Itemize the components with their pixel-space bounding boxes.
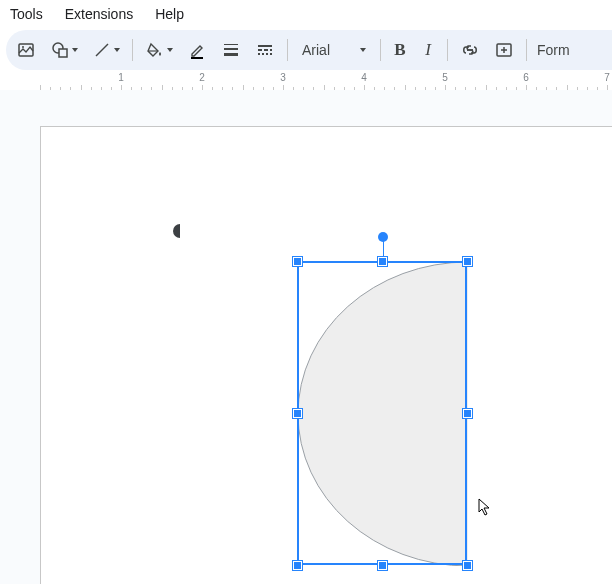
menu-bar: Tools Extensions Help: [0, 0, 612, 28]
image-button[interactable]: [10, 36, 42, 64]
paint-bucket-icon: [145, 40, 165, 60]
svg-rect-10: [258, 49, 262, 51]
selected-shape-group[interactable]: [298, 262, 468, 566]
svg-rect-12: [270, 49, 272, 51]
link-icon: [460, 40, 480, 60]
svg-rect-14: [262, 53, 264, 55]
canvas-area[interactable]: [0, 90, 612, 584]
selection-bounding-box: [297, 261, 467, 565]
small-arc-shape[interactable]: [171, 224, 181, 238]
svg-rect-11: [264, 49, 268, 51]
separator: [132, 39, 133, 61]
shape-icon: [50, 40, 70, 60]
svg-point-1: [22, 46, 24, 48]
menu-help[interactable]: Help: [153, 2, 186, 26]
separator: [447, 39, 448, 61]
resize-handle-w[interactable]: [293, 409, 302, 418]
resize-handle-se[interactable]: [463, 561, 472, 570]
comment-plus-icon: [494, 40, 514, 60]
line-icon: [92, 40, 112, 60]
pen-icon: [187, 40, 207, 60]
svg-rect-7: [224, 48, 238, 50]
svg-rect-6: [224, 44, 238, 45]
svg-rect-16: [270, 53, 272, 55]
line-dash-icon: [256, 41, 274, 59]
ruler-label: 2: [199, 72, 205, 83]
svg-rect-8: [224, 53, 238, 56]
insert-comment-button[interactable]: [488, 36, 520, 64]
line-weight-icon: [222, 41, 240, 59]
border-color-button[interactable]: [181, 36, 213, 64]
svg-rect-13: [258, 53, 260, 55]
fill-color-dropdown[interactable]: [139, 36, 179, 64]
shape-dropdown[interactable]: [44, 36, 84, 64]
font-name-label: Arial: [302, 42, 330, 58]
chevron-down-icon: [114, 48, 120, 52]
insert-link-button[interactable]: [454, 36, 486, 64]
resize-handle-s[interactable]: [378, 561, 387, 570]
svg-rect-9: [258, 45, 272, 47]
ruler-label: 7: [604, 72, 610, 83]
ruler-label: 4: [361, 72, 367, 83]
ruler-label: 1: [118, 72, 124, 83]
format-menu-fragment[interactable]: Form: [533, 42, 574, 58]
horizontal-ruler[interactable]: 1234567: [0, 72, 612, 92]
separator: [380, 39, 381, 61]
border-dash-button[interactable]: [249, 36, 281, 64]
rotation-handle[interactable]: [378, 232, 388, 242]
bold-button[interactable]: B: [387, 40, 413, 60]
separator: [526, 39, 527, 61]
svg-line-4: [96, 44, 108, 56]
resize-handle-sw[interactable]: [293, 561, 302, 570]
svg-rect-5: [191, 57, 203, 59]
separator: [287, 39, 288, 61]
font-family-picker[interactable]: Arial: [294, 42, 374, 58]
ruler-label: 5: [442, 72, 448, 83]
ruler-label: 6: [523, 72, 529, 83]
resize-handle-nw[interactable]: [293, 257, 302, 266]
chevron-down-icon: [72, 48, 78, 52]
svg-rect-3: [59, 49, 67, 57]
image-icon: [16, 40, 36, 60]
border-weight-button[interactable]: [215, 36, 247, 64]
chevron-down-icon: [360, 48, 366, 52]
chevron-down-icon: [167, 48, 173, 52]
resize-handle-ne[interactable]: [463, 257, 472, 266]
document-page[interactable]: [40, 126, 612, 584]
resize-handle-n[interactable]: [378, 257, 387, 266]
menu-tools[interactable]: Tools: [8, 2, 45, 26]
menu-extensions[interactable]: Extensions: [63, 2, 135, 26]
italic-button[interactable]: I: [415, 40, 441, 60]
line-dropdown[interactable]: [86, 36, 126, 64]
svg-rect-15: [266, 53, 268, 55]
resize-handle-e[interactable]: [463, 409, 472, 418]
ruler-label: 3: [280, 72, 286, 83]
toolbar: Arial B I Form: [6, 30, 612, 70]
